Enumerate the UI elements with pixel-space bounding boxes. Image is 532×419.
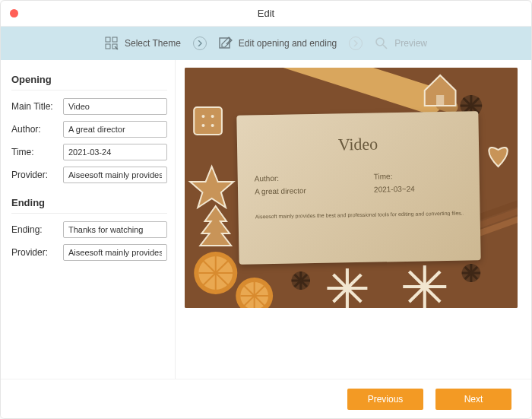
svg-point-51	[201, 124, 204, 127]
preview-author: A great director	[255, 186, 344, 195]
provider-label: Provider:	[11, 247, 59, 258]
svg-point-5	[376, 38, 384, 46]
time-input[interactable]	[63, 144, 167, 160]
step-label: Select Theme	[125, 38, 181, 49]
author-row: Author:	[11, 121, 167, 138]
preview-pane: Video Author: Time: A great director 202…	[176, 60, 531, 379]
sidebar-form: Opening Main Title: Author: Time: Provid…	[1, 60, 176, 379]
svg-point-50	[211, 115, 214, 118]
opening-heading: Opening	[11, 74, 167, 90]
step-preview[interactable]: Preview	[375, 37, 427, 50]
opening-provider-input[interactable]	[63, 167, 167, 183]
time-row: Time:	[11, 144, 167, 160]
preview-time-label: Time:	[374, 171, 463, 181]
previous-button[interactable]: Previous	[347, 389, 423, 410]
main-title-label: Main Title:	[11, 101, 59, 112]
step-edit-opening-ending[interactable]: Edit opening and ending	[219, 37, 337, 50]
window-controls	[10, 9, 18, 17]
preview-author-label: Author:	[255, 173, 344, 183]
ending-label: Ending:	[11, 224, 59, 235]
step-select-theme[interactable]: Select Theme	[105, 37, 181, 50]
preview-time: 2021-03~24	[374, 184, 463, 194]
close-icon[interactable]	[10, 9, 18, 17]
svg-point-52	[211, 124, 214, 127]
ending-row: Ending:	[11, 221, 167, 238]
theme-grid-icon	[105, 37, 119, 50]
author-input[interactable]	[63, 121, 167, 138]
edit-window: Edit Select Theme Edit opening and endin…	[0, 0, 532, 419]
author-label: Author:	[11, 124, 59, 135]
svg-point-49	[201, 115, 204, 118]
chevron-right-icon	[349, 37, 363, 50]
time-label: Time:	[11, 147, 59, 157]
titlebar: Edit	[1, 1, 531, 27]
edit-icon	[219, 37, 233, 50]
ending-heading: Ending	[11, 197, 167, 214]
chevron-right-icon	[193, 37, 207, 50]
step-label: Edit opening and ending	[239, 38, 337, 49]
main-title-row: Main Title:	[11, 98, 167, 115]
svg-rect-48	[194, 107, 222, 135]
preview-card: Video Author: Time: A great director 202…	[185, 68, 518, 308]
parchment-overlay: Video Author: Time: A great director 202…	[236, 111, 480, 265]
svg-rect-0	[106, 37, 110, 42]
svg-rect-2	[106, 44, 110, 49]
preview-footer: Aiseesoft mainly provides the best and p…	[255, 211, 464, 220]
preview-title: Video	[254, 133, 462, 157]
window-title: Edit	[1, 8, 531, 19]
search-icon	[375, 37, 388, 50]
ending-provider-row: Provider:	[11, 244, 167, 261]
step-label: Preview	[394, 38, 427, 49]
svg-rect-53	[436, 95, 444, 106]
content-area: Opening Main Title: Author: Time: Provid…	[1, 60, 531, 379]
stepper: Select Theme Edit opening and ending Pre…	[1, 27, 531, 60]
footer-bar: Previous Next	[1, 379, 531, 418]
provider-label: Provider:	[11, 170, 59, 180]
opening-provider-row: Provider:	[11, 167, 167, 183]
next-button[interactable]: Next	[435, 389, 511, 410]
ending-provider-input[interactable]	[63, 244, 167, 261]
svg-rect-1	[112, 37, 117, 42]
main-title-input[interactable]	[63, 98, 167, 115]
ending-input[interactable]	[63, 221, 167, 238]
